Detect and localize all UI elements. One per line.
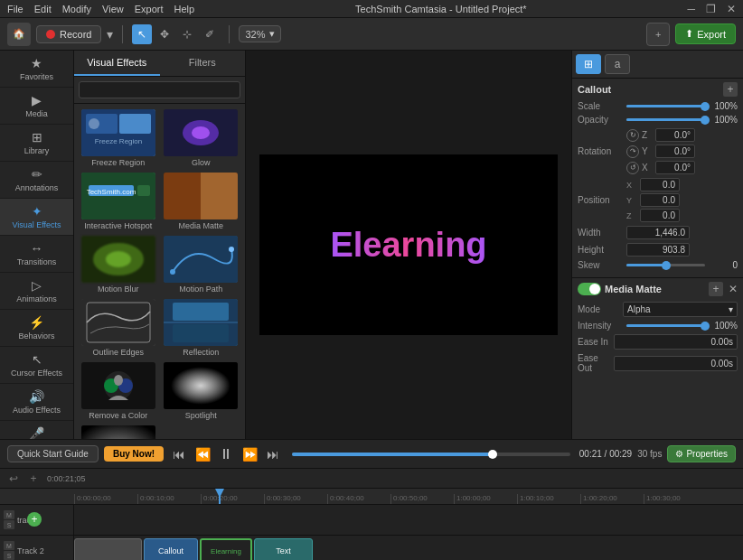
- effect-reflection[interactable]: Reflection: [161, 297, 242, 359]
- sidebar-item-cursor-effects[interactable]: ↖ Cursor Effects: [0, 347, 73, 384]
- track-2-clip-1[interactable]: [74, 538, 142, 560]
- mm-toggle-knob: [589, 284, 600, 294]
- properties-button[interactable]: ⚙ Properties: [667, 445, 736, 462]
- menu-file[interactable]: File: [7, 4, 24, 14]
- timeline-tracks: M S track3 + M S Track 2 Callout Elearni…: [0, 505, 743, 560]
- add-track-button[interactable]: +: [27, 512, 42, 527]
- track-2-clip-text[interactable]: Text: [254, 538, 313, 560]
- callout-add-button[interactable]: +: [723, 82, 738, 97]
- effect-freeze-region[interactable]: Freeze Region Freeze Region: [78, 107, 159, 169]
- media-matte-add-button[interactable]: +: [709, 282, 723, 296]
- close-button[interactable]: ✕: [727, 3, 736, 15]
- rp-tab-audio[interactable]: a: [605, 54, 630, 74]
- restore-button[interactable]: ❐: [706, 3, 716, 15]
- rp-tab-video[interactable]: ⊞: [576, 54, 601, 74]
- quick-start-button[interactable]: Quick Start Guide: [7, 445, 99, 462]
- effect-spotlight[interactable]: Spotlight: [161, 360, 242, 422]
- rotation-y-input[interactable]: [655, 145, 695, 158]
- media-matte-close-icon[interactable]: ✕: [729, 283, 738, 295]
- progress-bar[interactable]: [292, 453, 570, 456]
- step-forward-button[interactable]: ⏩: [240, 444, 259, 464]
- effect-interactive-hotspot[interactable]: TechSmith.com Interactive Hotspot: [78, 171, 159, 232]
- width-input[interactable]: [626, 226, 690, 239]
- tab-visual-effects[interactable]: Visual Effects: [74, 51, 160, 76]
- search-input[interactable]: [79, 81, 240, 98]
- menu-export[interactable]: Export: [135, 4, 164, 14]
- menu-edit[interactable]: Edit: [34, 4, 52, 14]
- sidebar-item-visual-effects[interactable]: ✦ Visual Effects: [0, 199, 73, 236]
- effect-glow[interactable]: Glow: [161, 107, 242, 169]
- effect-remove-a-color[interactable]: Remove a Color: [78, 360, 159, 422]
- sidebar-item-transitions[interactable]: ↔ Transitions: [0, 236, 73, 273]
- track-3-solo[interactable]: S: [4, 520, 14, 529]
- dropdown-arrow[interactable]: ▾: [107, 27, 113, 42]
- step-back-button[interactable]: ⏪: [193, 444, 212, 464]
- sidebar-item-library[interactable]: ⊞ Library: [0, 125, 73, 162]
- home-button[interactable]: 🏠: [7, 23, 31, 46]
- menu-view[interactable]: View: [102, 4, 124, 14]
- skew-row: Skew 0: [578, 260, 738, 270]
- height-input[interactable]: [626, 243, 690, 257]
- effect-media-matte[interactable]: Media Matte: [161, 171, 242, 232]
- sidebar-item-behaviors[interactable]: ⚡ Behaviors: [0, 310, 73, 347]
- position-z-input[interactable]: [640, 209, 680, 222]
- scale-slider[interactable]: [626, 105, 705, 107]
- timeline-cursor[interactable]: [219, 489, 221, 504]
- add-button[interactable]: +: [646, 23, 670, 46]
- effect-outline-edges[interactable]: Outline Edges: [78, 297, 159, 359]
- track-2-solo[interactable]: S: [4, 551, 14, 560]
- mode-dropdown[interactable]: Alpha ▾: [623, 302, 738, 317]
- track-2-mute[interactable]: M: [4, 541, 14, 550]
- zoom-in-button[interactable]: +: [25, 471, 42, 487]
- toolbar-tools: ↖ ✥ ⊹ ✐: [132, 24, 220, 44]
- effect-vignette[interactable]: Vignette: [78, 424, 159, 439]
- effect-motion-path[interactable]: Motion Path: [161, 234, 242, 295]
- sidebar-item-favorites[interactable]: ★ Favorites: [0, 51, 73, 88]
- opacity-slider[interactable]: [626, 118, 705, 121]
- sidebar-item-annotations[interactable]: ✏ Annotations: [0, 162, 73, 199]
- zoom-control[interactable]: 32% ▾: [239, 25, 280, 42]
- sidebar-item-media[interactable]: ▶ Media: [0, 88, 73, 125]
- svg-rect-11: [137, 185, 150, 196]
- ease-in-label: Ease In: [578, 337, 614, 347]
- sidebar-item-animations[interactable]: ▷ Animations: [0, 273, 73, 310]
- undo-button[interactable]: ↩: [5, 471, 22, 487]
- minimize-button[interactable]: ─: [687, 3, 695, 15]
- mode-chevron-icon: ▾: [729, 304, 733, 314]
- track-2-clip-callout[interactable]: Callout: [144, 538, 198, 560]
- timeline-toolbar: ↩ + 0:00:21;05: [0, 469, 743, 489]
- library-icon: ⊞: [32, 130, 42, 145]
- buy-now-button[interactable]: Buy Now!: [104, 446, 164, 462]
- intensity-slider[interactable]: [626, 324, 705, 327]
- record-button[interactable]: Record: [36, 25, 101, 43]
- select-tool[interactable]: ↖: [132, 24, 152, 44]
- skip-back-button[interactable]: ⏮: [169, 444, 189, 464]
- track-2-content[interactable]: Callout Elearning Text: [74, 536, 743, 560]
- sidebar-item-audio-effects[interactable]: 🔊 Audio Effects: [0, 384, 73, 421]
- skip-forward-button[interactable]: ⏭: [263, 444, 283, 464]
- menu-modify[interactable]: Modify: [62, 4, 91, 14]
- ease-in-input[interactable]: [614, 334, 738, 350]
- opacity-label: Opacity: [578, 115, 623, 125]
- tab-filters[interactable]: Filters: [160, 51, 246, 76]
- track-2-clip-elearning[interactable]: Elearning: [200, 538, 252, 560]
- play-pause-button[interactable]: ⏸: [216, 444, 236, 464]
- position-x-input[interactable]: [640, 178, 680, 191]
- pen-tool[interactable]: ✐: [200, 24, 220, 44]
- ease-out-input[interactable]: [614, 356, 738, 371]
- menu-help[interactable]: Help: [174, 4, 195, 14]
- animations-icon: ▷: [32, 278, 42, 293]
- track-3-mute[interactable]: M: [4, 510, 14, 519]
- crop-tool[interactable]: ⊹: [177, 24, 197, 44]
- export-button[interactable]: ⬆ Export: [675, 23, 736, 44]
- media-matte-toggle[interactable]: [578, 283, 601, 295]
- sidebar-item-voice-narration[interactable]: 🎤 Voice Narration: [0, 421, 73, 439]
- rotation-z-input[interactable]: [655, 128, 695, 142]
- rotation-x-input[interactable]: [655, 161, 695, 174]
- position-y-input[interactable]: [640, 193, 680, 207]
- rotation-x-icon: ↺: [626, 162, 639, 174]
- move-tool[interactable]: ✥: [155, 24, 174, 44]
- track-3-content[interactable]: [74, 505, 743, 535]
- effect-motion-blur[interactable]: Motion Blur: [78, 234, 159, 295]
- skew-slider[interactable]: [626, 264, 705, 266]
